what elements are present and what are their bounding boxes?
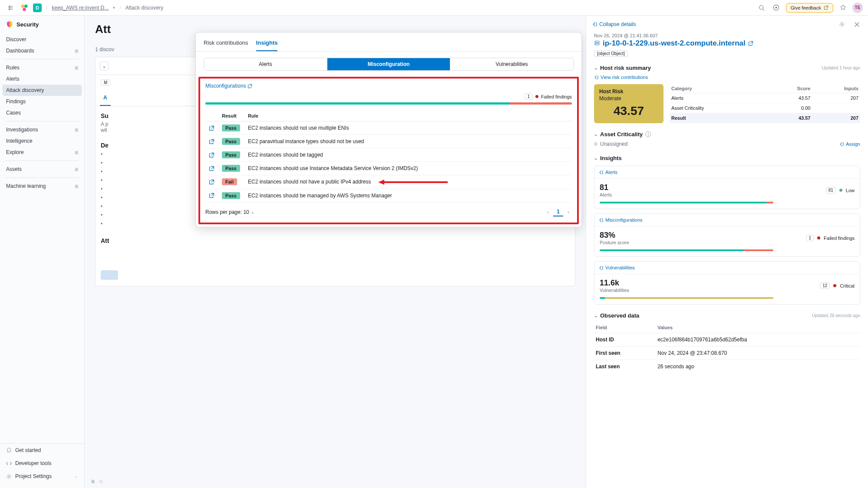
ai-assistant-icon[interactable]	[838, 3, 848, 13]
insight-value: 83%	[600, 231, 629, 240]
asset-criticality-title[interactable]: ⌄Asset Criticality i	[594, 131, 651, 138]
breadcrumb-page: Attack discovery	[125, 5, 163, 11]
table-row[interactable]: PassEC2 instances should not use multipl…	[205, 121, 572, 135]
grid-icon: ⊞	[75, 150, 78, 155]
result-badge: Pass	[222, 165, 240, 172]
sidebar-item-machine-learning[interactable]: Machine learning⊞	[0, 180, 84, 192]
arrow-annotation	[378, 179, 448, 185]
sidebar-item-alerts[interactable]: Alerts	[0, 73, 84, 85]
external-link-icon[interactable]	[209, 179, 215, 185]
table-row[interactable]: PassEC2 instances should use Instance Me…	[205, 162, 572, 175]
give-feedback-button[interactable]: Give feedback	[786, 3, 833, 13]
risk-updated: Updated 1 hour ago	[822, 66, 860, 70]
help-icon[interactable]	[771, 3, 782, 13]
rule-text: EC2 instances should not use multiple EN…	[244, 121, 572, 135]
timestamp: Nov 26, 2024 @ 21:41:36.607	[594, 33, 860, 38]
close-icon[interactable]	[851, 19, 862, 29]
table-row: Asset Criticality0.00	[670, 103, 860, 113]
user-avatar[interactable]: TE	[852, 3, 863, 13]
severity-label: Low	[846, 188, 855, 193]
svg-marker-9	[378, 180, 384, 185]
topbar: D / keep_AWS re:invent D... ▾ / Attack d…	[0, 0, 868, 16]
footer-get-started[interactable]: Get started	[0, 444, 84, 457]
sidebar-item-attack-discovery[interactable]: Attack discovery	[3, 85, 82, 96]
observed-badge: [object Object]	[594, 50, 628, 57]
subtab-alerts[interactable]: Alerts	[204, 58, 327, 70]
table-row[interactable]: PassEC2 instances should be tagged	[205, 148, 572, 162]
sidebar-item-cases[interactable]: Cases	[0, 107, 84, 118]
page-number[interactable]: 1	[553, 208, 563, 216]
sidebar-item-intelligence[interactable]: Intelligence	[0, 135, 84, 147]
host-risk-section-title[interactable]: ⌄Host risk summary	[594, 65, 651, 71]
risk-table: Category Score Inputs Alerts43.57207Asse…	[670, 84, 860, 123]
tab-insights[interactable]: Insights	[256, 37, 278, 51]
table-row[interactable]: FailEC2 instances should not have a publ…	[205, 175, 572, 189]
external-link-icon[interactable]	[209, 152, 215, 158]
sidebar-item-findings[interactable]: Findings	[0, 96, 84, 107]
failed-count-badge: 1	[525, 93, 533, 100]
external-link-icon[interactable]	[209, 125, 215, 131]
insight-label: Alerts	[600, 192, 612, 197]
sidebar-item-discover[interactable]: Discover	[0, 34, 84, 45]
nav-collapse-icon[interactable]	[5, 3, 16, 13]
star-icon[interactable]: ☆	[99, 478, 103, 485]
insights-title[interactable]: ⌄Insights	[594, 155, 622, 161]
sidebar-item-explore[interactable]: Explore⊞	[0, 147, 84, 158]
insight-link[interactable]: Alerts	[599, 170, 855, 175]
add-icon[interactable]: ⊕	[91, 478, 95, 485]
breadcrumb-project[interactable]: keep_AWS re:invent D...	[52, 5, 109, 11]
result-badge: Fail	[222, 178, 237, 185]
criticality-value: Unassigned	[600, 141, 627, 147]
info-icon[interactable]: i	[645, 131, 651, 137]
insight-value: 81	[600, 183, 612, 192]
insight-label: Vulnerabilities	[600, 288, 629, 293]
external-link-icon[interactable]	[209, 193, 215, 198]
table-row[interactable]: PassEC2 instances should be managed by A…	[205, 189, 572, 202]
severity-dot-icon	[839, 189, 842, 192]
misconfigurations-link[interactable]: Misconfigurations	[205, 83, 252, 89]
observed-data-title[interactable]: ⌄Observed data	[594, 312, 639, 319]
result-badge: Pass	[222, 124, 240, 131]
search-icon[interactable]	[756, 3, 767, 13]
subtab-vulnerabilities[interactable]: Vulnerabilities	[450, 58, 573, 70]
assign-button[interactable]: Assign	[839, 141, 860, 147]
collapse-details-button[interactable]: Collapse details	[592, 21, 636, 27]
grid-icon: ⊞	[75, 167, 78, 172]
insight-label: Posture score	[600, 240, 629, 245]
feedback-label: Give feedback	[791, 5, 821, 10]
table-row[interactable]: PassEC2 paravirtual instance types shoul…	[205, 135, 572, 148]
rule-text: EC2 instances should be managed by AWS S…	[244, 189, 572, 202]
host-title[interactable]: ip-10-0-1-229.us-west-2.compute.internal	[594, 39, 860, 48]
page-next[interactable]: ›	[565, 208, 572, 216]
subtab-misconfiguration[interactable]: Misconfiguration	[327, 58, 450, 70]
svg-rect-11	[595, 41, 600, 43]
elastic-logo-icon[interactable]	[20, 3, 29, 12]
svg-point-3	[759, 5, 763, 9]
sidebar-title: Security	[0, 21, 84, 34]
chevron-down-icon[interactable]: ⌄	[100, 62, 109, 70]
insight-link[interactable]: Misconfigurations	[599, 217, 855, 223]
sidebar-item-rules[interactable]: Rules⊞	[0, 62, 84, 73]
failed-label: Failed findings	[541, 94, 572, 99]
sidebar-item-dashboards[interactable]: Dashboards⊞	[0, 45, 84, 56]
tab-risk-contributions[interactable]: Risk contributions	[204, 37, 248, 51]
grid-icon: ⊞	[75, 184, 78, 189]
footer-project-settings[interactable]: Project Settings⌄	[0, 470, 84, 483]
view-risk-contributions-link[interactable]: View risk contributions	[594, 75, 860, 80]
page-prev[interactable]: ‹	[545, 208, 551, 216]
sidebar-item-assets[interactable]: Assets⊞	[0, 164, 84, 175]
insight-link[interactable]: Vulnerabilities	[599, 265, 855, 270]
highlight-box: Misconfigurations 1 Failed findings	[198, 77, 579, 224]
rows-per-page[interactable]: Rows per page: 10 ⌄	[205, 209, 254, 215]
grid-icon: ⊞	[75, 66, 78, 70]
chain-badge	[101, 270, 118, 280]
external-link-icon[interactable]	[209, 139, 215, 144]
gear-icon[interactable]	[837, 19, 847, 29]
sidebar-item-investigations[interactable]: Investigations⊞	[0, 124, 84, 135]
external-link-icon[interactable]	[209, 166, 215, 171]
space-badge[interactable]: D	[33, 3, 42, 12]
footer-developer-tools[interactable]: Developer tools	[0, 457, 84, 470]
svg-rect-12	[595, 43, 600, 45]
count-pill: 12	[820, 282, 830, 289]
tab-a[interactable]: A	[100, 90, 111, 106]
